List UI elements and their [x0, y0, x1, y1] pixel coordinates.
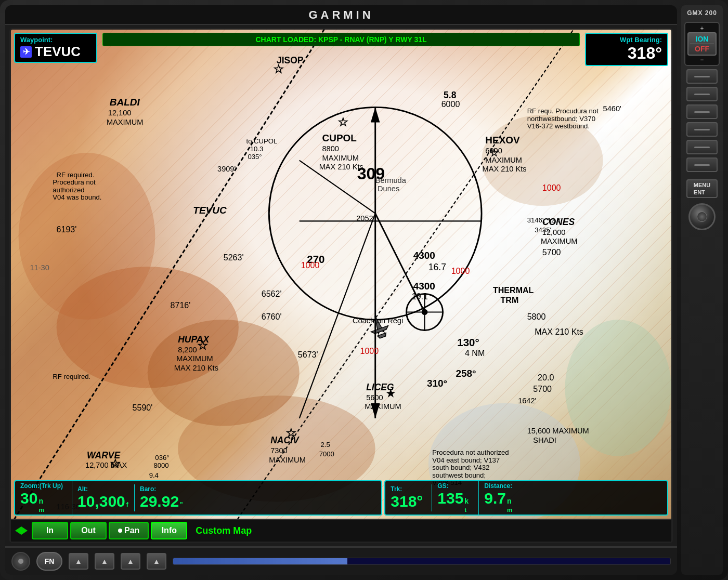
pan-dot	[118, 529, 122, 533]
svg-text:258°: 258°	[456, 368, 476, 379]
svg-text:HUPAX: HUPAX	[178, 334, 210, 345]
svg-text:MAXIMUM: MAXIMUM	[322, 154, 359, 162]
chart-hud-bottom: Zoom:(Trk Up) 30nm Alt: 10,300f	[11, 477, 671, 519]
side-btn-line-4	[694, 129, 710, 130]
arrow-up-btn-1[interactable]: ▲	[69, 553, 88, 570]
svg-text:4 NM: 4 NM	[465, 348, 485, 358]
svg-text:4300: 4300	[413, 281, 435, 292]
svg-text:6193': 6193'	[57, 225, 77, 234]
svg-text:2.5: 2.5	[321, 441, 330, 449]
in-button[interactable]: In	[32, 522, 68, 539]
svg-text:Bermuda: Bermuda	[375, 176, 407, 184]
arrow-up-btn-3[interactable]: ▲	[121, 553, 140, 570]
info-button[interactable]: Info	[151, 522, 187, 539]
trk-label: Trk:	[391, 485, 426, 493]
svg-text:20.0: 20.0	[538, 373, 554, 382]
left-arrow-indicator	[15, 526, 21, 535]
waypoint-box: Waypoint: ✈ TEVUC	[14, 33, 97, 63]
progress-fill	[173, 558, 347, 564]
svg-text:MAXIMUM: MAXIMUM	[541, 237, 577, 245]
svg-text:MAXIMUM: MAXIMUM	[485, 156, 522, 164]
svg-text:CUPOL: CUPOL	[322, 133, 357, 143]
svg-text:RF requ. Procudura not: RF requ. Procudura not	[527, 107, 599, 115]
alt-label: Alt:	[77, 485, 129, 493]
bearing-box: Wpt Bearing: 318°	[585, 33, 668, 66]
pan-button[interactable]: Pan	[109, 522, 149, 539]
fn-button[interactable]: FN	[36, 552, 62, 571]
right-arrow-indicator	[21, 526, 28, 535]
baro-number: 29.92	[140, 493, 179, 510]
svg-text:Dunes: Dunes	[378, 184, 399, 193]
right-side-btn-4[interactable]	[686, 122, 718, 137]
ion-off-button[interactable]: ION OFF	[687, 32, 717, 56]
chart-background: ☆ ☆ ☆ ☆ ☆ ☆ ★ JISOP CUPOL 8800	[11, 30, 671, 519]
svg-text:MAX 210 Kts: MAX 210 Kts	[483, 165, 527, 173]
right-side-btn-6[interactable]	[686, 157, 718, 172]
svg-text:WARVE: WARVE	[87, 450, 121, 460]
divider	[690, 44, 714, 44]
waypoint-icon: ✈	[20, 46, 32, 58]
svg-text:6800: 6800	[485, 147, 502, 155]
bearing-label: Wpt Bearing:	[591, 36, 662, 44]
zoom-value: 30nm	[20, 490, 67, 513]
svg-text:5700: 5700	[533, 384, 552, 393]
right-panel: GMX 200 + ION OFF −	[681, 5, 723, 575]
alt-field: Alt: 10,300f	[72, 484, 135, 511]
svg-text:035°: 035°	[248, 153, 262, 161]
svg-marker-23	[371, 107, 380, 122]
ion-label: ION	[696, 35, 709, 43]
gs-unit: kt	[464, 497, 469, 513]
svg-text:5800: 5800	[527, 312, 546, 321]
svg-text:1642': 1642'	[518, 397, 536, 405]
svg-text:19.1: 19.1	[412, 292, 428, 301]
zoom-unit: nm	[38, 497, 44, 513]
right-side-btn-3[interactable]	[686, 104, 718, 119]
svg-text:5673': 5673'	[298, 350, 318, 359]
svg-text:Coachran Regi: Coachran Regi	[353, 317, 403, 325]
rotary-knob[interactable]	[688, 203, 716, 230]
svg-text:THERMAL: THERMAL	[493, 285, 534, 295]
power-button[interactable]	[11, 552, 30, 571]
arrow-up-btn-2[interactable]: ▲	[95, 553, 114, 570]
side-btn-line-1	[694, 76, 710, 77]
svg-text:LICEG: LICEG	[366, 382, 394, 392]
knob-inner	[697, 212, 707, 222]
svg-text:TEVUC: TEVUC	[193, 205, 227, 216]
zoom-field: Zoom:(Trk Up) 30nm	[15, 481, 72, 515]
menu-ent-label: MENUENT	[694, 181, 710, 196]
custom-map-label: Custom Map	[196, 525, 252, 536]
svg-text:V04 east bound; V137: V04 east bound; V137	[432, 456, 500, 464]
baro-field: Baro: 29.92"	[135, 484, 202, 511]
svg-text:TRM: TRM	[501, 295, 519, 305]
svg-text:HEXOV: HEXOV	[485, 135, 520, 146]
svg-text:south bound; V432: south bound; V432	[432, 464, 489, 471]
dist-field: Distance: 9.7nm	[479, 481, 536, 515]
gs-label: GS:	[437, 482, 473, 490]
baro-label: Baro:	[140, 485, 197, 493]
svg-text:16.7: 16.7	[428, 262, 446, 272]
trk-value: 318°	[391, 493, 426, 510]
menu-ent-button[interactable]: MENUENT	[686, 179, 718, 198]
gs-field: GS: 135kt	[432, 481, 479, 515]
svg-text:15,600 MAXIMUM: 15,600 MAXIMUM	[527, 427, 589, 435]
side-btn-line-3	[694, 111, 710, 113]
svg-text:Procedura not authorized: Procedura not authorized	[432, 449, 509, 456]
hud-left-panel: Zoom:(Trk Up) 30nm Alt: 10,300f	[14, 480, 382, 516]
right-side-btn-2[interactable]	[686, 87, 718, 101]
ion-off-group: + ION OFF −	[684, 22, 720, 66]
chart-hud-top: Waypoint: ✈ TEVUC CHART LOADED: KPSP - R…	[11, 30, 671, 69]
right-side-btn-5[interactable]	[686, 140, 718, 154]
arrow-up-btn-4[interactable]: ▲	[147, 553, 166, 570]
svg-text:12,700 MAX: 12,700 MAX	[85, 461, 127, 469]
dist-number: 9.7	[484, 490, 506, 507]
pan-label: Pan	[124, 526, 139, 535]
alt-value: 10,300f	[77, 493, 129, 510]
waypoint-id: TEVUC	[35, 44, 81, 60]
right-side-btn-1[interactable]	[686, 69, 718, 84]
hud-right-panel: Trk: 318° GS: 135kt Distance:	[384, 480, 668, 516]
svg-text:11-30: 11-30	[30, 263, 49, 272]
svg-text:to CUPOL: to CUPOL	[246, 137, 278, 145]
out-button[interactable]: Out	[70, 522, 107, 539]
svg-text:1000: 1000	[301, 260, 320, 270]
svg-text:MAXIMUM: MAXIMUM	[269, 456, 305, 464]
